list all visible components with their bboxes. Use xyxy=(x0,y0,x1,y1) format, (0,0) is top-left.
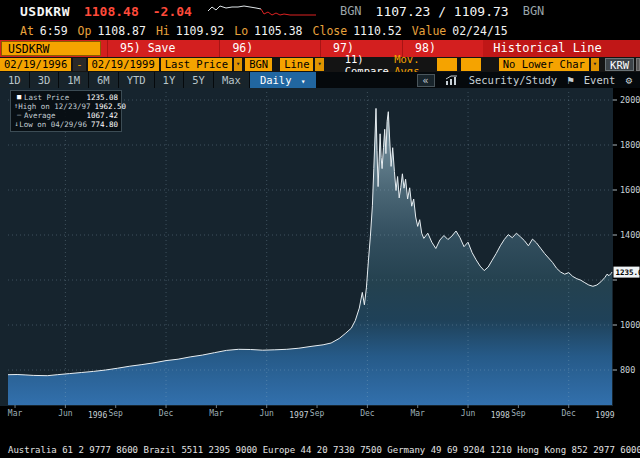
security-study-button[interactable]: Security/Study xyxy=(469,74,558,86)
chevron-down-icon: ▾ xyxy=(301,77,306,86)
svg-text:Dec: Dec xyxy=(561,409,576,418)
close-value: 1110.52 xyxy=(353,24,401,38)
chart-area: ■ Last Price 1235.08 ↑ High on 12/23/97 … xyxy=(0,88,640,420)
low-label: Lo xyxy=(234,24,248,38)
security-symbol: USDKRW xyxy=(20,4,70,19)
chart-style-select[interactable]: Line xyxy=(280,58,313,71)
function-menu-bar: USDKRW Curncy 95) Save As... 96) Actions… xyxy=(0,40,640,57)
stats-bar: At6:59 Op1108.87 Hi1109.92 Lo1105.38 Clo… xyxy=(0,22,640,40)
svg-text:Sep: Sep xyxy=(108,409,123,418)
svg-text:1235.08: 1235.08 xyxy=(616,268,640,277)
last-price-marker-icon: ■ xyxy=(14,93,24,102)
chart-toolbar-right: « Security/Study ⚑ Event ⚙ xyxy=(417,74,640,87)
study-chart-icon[interactable] xyxy=(445,75,459,86)
price-chart[interactable]: 800100014001600180020001235.08MarJunSepD… xyxy=(0,88,640,420)
at-label: At xyxy=(20,24,34,38)
tab-3d[interactable]: 3D xyxy=(30,72,60,88)
end-date-input[interactable]: 02/19/1999 xyxy=(88,58,159,71)
tab-1d[interactable]: 1D xyxy=(0,72,30,88)
svg-text:1400: 1400 xyxy=(620,230,640,240)
start-date-input[interactable]: 02/19/1996 xyxy=(0,58,71,71)
last-price: 1108.48 xyxy=(84,4,139,19)
tab-ytd[interactable]: YTD xyxy=(119,72,155,88)
scrollbar[interactable] xyxy=(636,58,640,71)
value-date: 02/24/15 xyxy=(452,24,507,38)
open-label: Op xyxy=(78,24,92,38)
event-button[interactable]: Event xyxy=(584,74,616,86)
tab-max[interactable]: Max xyxy=(214,72,250,88)
svg-text:Dec: Dec xyxy=(159,409,174,418)
svg-text:1998: 1998 xyxy=(491,411,510,420)
svg-text:Mar: Mar xyxy=(410,409,425,418)
gear-icon[interactable]: ⚙ xyxy=(625,74,632,87)
mov-avg-input-2[interactable] xyxy=(461,58,481,71)
collapse-icon[interactable]: « xyxy=(417,74,435,87)
high-value: 1109.92 xyxy=(176,24,224,38)
footer: Australia 61 2 9777 8600 Brazil 5511 239… xyxy=(0,420,640,458)
average-marker-icon: ‒ xyxy=(14,111,24,120)
svg-text:Sep: Sep xyxy=(310,409,325,418)
quote-source-b: BGN xyxy=(523,4,545,18)
chevron-down-icon[interactable]: ▾ xyxy=(234,58,242,71)
low-value: 1105.38 xyxy=(254,24,302,38)
period-tab-bar: 1D 3D 1M 6M YTD 1Y 5Y Max Daily ▾ « Secu… xyxy=(0,72,640,88)
legend-high: ↑ High on 12/23/97 1962.50 xyxy=(14,102,118,111)
svg-text:1999: 1999 xyxy=(595,411,614,420)
at-value: 6:59 xyxy=(40,24,68,38)
value-label: Value xyxy=(412,24,447,38)
close-label: Close xyxy=(313,24,348,38)
svg-text:1000: 1000 xyxy=(620,320,640,330)
svg-text:Jun: Jun xyxy=(461,409,476,418)
mov-avg-input-1[interactable] xyxy=(437,58,457,71)
page-title: Historical Line Chart xyxy=(483,40,640,57)
legend-last-price: ■ Last Price 1235.08 xyxy=(14,93,118,102)
lower-chart-select[interactable]: No Lower Char xyxy=(499,58,589,71)
legend-low: ↓ Low on 04/29/96 774.80 xyxy=(14,120,118,129)
bid-ask: 1107.23 / 1109.73 xyxy=(376,4,509,19)
svg-text:1996: 1996 xyxy=(88,411,107,420)
svg-text:Jun: Jun xyxy=(58,409,73,418)
quote-source-a: BGN xyxy=(340,4,362,18)
price-field-select[interactable]: Last Price xyxy=(161,58,232,71)
open-value: 1108.87 xyxy=(97,24,145,38)
quote-bar: USDKRW 1108.48 -2.04 BGN 1107.23 / 1109.… xyxy=(0,0,640,22)
svg-text:800: 800 xyxy=(620,365,635,375)
source-select[interactable]: BGN xyxy=(245,58,272,71)
flag-icon[interactable]: ⚑ xyxy=(567,74,574,87)
svg-text:Dec: Dec xyxy=(360,409,375,418)
date-range-separator: - xyxy=(73,58,85,71)
chart-legend: ■ Last Price 1235.08 ↑ High on 12/23/97 … xyxy=(10,90,122,132)
bloomberg-terminal: USDKRW 1108.48 -2.04 BGN 1107.23 / 1109.… xyxy=(0,0,640,458)
svg-text:1600: 1600 xyxy=(620,185,640,195)
security-input[interactable]: USDKRW Curncy xyxy=(1,41,101,56)
tab-1m[interactable]: 1M xyxy=(59,72,89,88)
frequency-select[interactable]: Daily ▾ xyxy=(250,72,316,88)
chevron-down-icon[interactable]: ▾ xyxy=(591,58,599,71)
chart-controls: 02/19/1996 - 02/19/1999 Last Price ▾ BGN… xyxy=(0,57,640,72)
footer-contacts-line1: Australia 61 2 9777 8600 Brazil 5511 239… xyxy=(8,444,640,456)
legend-average: ‒ Average 1067.42 xyxy=(14,111,118,120)
sparkline-icon xyxy=(206,3,326,19)
price-change: -2.04 xyxy=(153,4,192,19)
currency-select[interactable]: KRW xyxy=(605,58,634,71)
high-label: Hi xyxy=(156,24,170,38)
svg-text:1997: 1997 xyxy=(289,411,308,420)
svg-text:Mar: Mar xyxy=(209,409,224,418)
svg-text:Mar: Mar xyxy=(8,409,23,418)
tab-5y[interactable]: 5Y xyxy=(184,72,214,88)
svg-text:Jun: Jun xyxy=(259,409,274,418)
tab-6m[interactable]: 6M xyxy=(89,72,119,88)
chevron-down-icon[interactable]: ▾ xyxy=(315,58,323,71)
svg-text:2000: 2000 xyxy=(620,95,640,105)
tab-1y[interactable]: 1Y xyxy=(155,72,185,88)
save-as-menu[interactable]: 95) Save As... xyxy=(107,40,219,57)
svg-text:1800: 1800 xyxy=(620,140,640,150)
svg-text:Sep: Sep xyxy=(511,409,526,418)
actions-menu[interactable]: 96) Actions▾ xyxy=(219,40,320,57)
